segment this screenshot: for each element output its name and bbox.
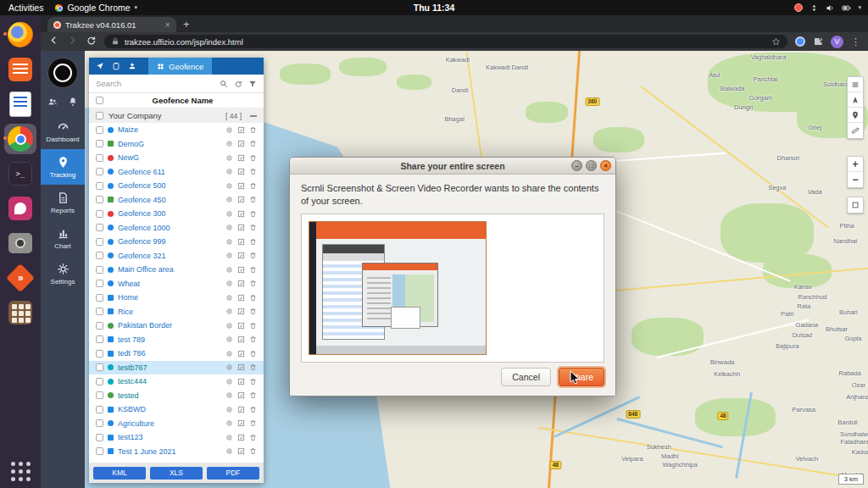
dock-terminal[interactable]: >_ [4, 158, 36, 189]
sidebar-item-settings[interactable]: Settings [41, 256, 85, 291]
sidebar-item-tracking[interactable]: Tracking [41, 149, 85, 185]
notifications-bell-icon[interactable] [68, 97, 78, 107]
collapse-icon[interactable] [250, 115, 257, 117]
new-tab-button[interactable]: + [183, 18, 190, 32]
extension-icon[interactable] [795, 36, 805, 47]
row-checkbox[interactable] [96, 182, 103, 190]
dock-transfer[interactable]: » [4, 263, 36, 293]
edit-icon[interactable] [237, 252, 245, 259]
edit-icon[interactable] [237, 322, 245, 330]
locate-on-map-icon[interactable] [225, 350, 233, 358]
locate-on-map-icon[interactable] [225, 224, 233, 231]
app-grid-button[interactable] [11, 462, 31, 481]
geofence-row[interactable]: testc444 [89, 374, 264, 389]
delete-icon[interactable] [249, 168, 257, 175]
edit-icon[interactable] [237, 308, 245, 315]
dock-image-tool[interactable] [4, 193, 36, 224]
locate-on-map-icon[interactable] [225, 280, 233, 287]
row-checkbox[interactable] [96, 406, 103, 413]
locate-on-map-icon[interactable] [225, 419, 233, 427]
dock-camera[interactable] [4, 228, 36, 258]
row-checkbox[interactable] [96, 280, 103, 287]
geofence-row[interactable]: Main Office area [89, 263, 264, 277]
geofence-row[interactable]: DemoG [89, 137, 264, 152]
share-button[interactable]: Share [559, 368, 604, 386]
row-checkbox[interactable] [96, 294, 103, 302]
geofence-row[interactable]: testb767 [89, 361, 264, 375]
delete-icon[interactable] [249, 280, 257, 287]
delete-icon[interactable] [249, 182, 257, 190]
row-checkbox[interactable] [96, 196, 103, 203]
locate-on-map-icon[interactable] [225, 322, 233, 330]
back-button[interactable] [48, 34, 59, 49]
geofence-row[interactable]: test 789 [89, 333, 264, 347]
edit-icon[interactable] [237, 378, 245, 385]
geofence-row[interactable]: Agriculture [89, 417, 264, 431]
omnibox[interactable]: trakzee.uffizio.com/jsp/index.html [104, 35, 787, 48]
row-checkbox[interactable] [96, 322, 103, 330]
sidebar-item-reports[interactable]: Reports [41, 185, 85, 220]
clock[interactable]: Thu 11:34 [414, 3, 454, 13]
map-marker-button[interactable] [848, 108, 863, 123]
map-measure-button[interactable] [848, 123, 863, 138]
row-checkbox[interactable] [96, 363, 103, 371]
fullscreen-button[interactable] [848, 197, 863, 213]
row-checkbox[interactable] [96, 266, 103, 274]
edit-icon[interactable] [237, 434, 245, 441]
locate-on-map-icon[interactable] [225, 378, 233, 385]
locate-on-map-icon[interactable] [225, 447, 233, 455]
map-locate-button[interactable] [848, 92, 863, 108]
delete-icon[interactable] [249, 266, 257, 274]
geofence-row[interactable]: tedt 786 [89, 347, 264, 361]
row-checkbox[interactable] [96, 350, 103, 358]
row-checkbox[interactable] [96, 140, 103, 147]
edit-icon[interactable] [237, 419, 245, 427]
locate-on-map-icon[interactable] [225, 182, 233, 190]
delete-icon[interactable] [249, 447, 257, 455]
locate-on-map-icon[interactable] [225, 406, 233, 413]
locate-on-map-icon[interactable] [225, 391, 233, 399]
edit-icon[interactable] [237, 140, 245, 147]
group-checkbox[interactable] [96, 112, 103, 119]
dock-firefox[interactable] [4, 19, 36, 50]
sidebar-item-dashboard[interactable]: Dashboard [41, 114, 85, 149]
app-menu-button[interactable]: Google Chrome ▾ [55, 3, 137, 13]
locate-on-map-icon[interactable] [225, 168, 233, 175]
delete-icon[interactable] [249, 224, 257, 231]
zoom-in-button[interactable]: + [848, 157, 863, 172]
geofence-row[interactable]: Geofence 999 [89, 235, 264, 249]
minimize-button[interactable]: – [571, 160, 582, 171]
delete-icon[interactable] [249, 378, 257, 385]
locate-on-map-icon[interactable] [225, 238, 233, 246]
row-checkbox[interactable] [96, 391, 103, 399]
row-checkbox[interactable] [96, 126, 103, 134]
locate-on-map-icon[interactable] [225, 434, 233, 441]
filter-funnel-icon[interactable] [248, 80, 257, 88]
row-checkbox[interactable] [96, 378, 103, 385]
geofence-row[interactable]: NewG [89, 151, 264, 165]
map-layers-button[interactable] [848, 77, 863, 92]
system-tray[interactable]: ▾ [794, 0, 861, 15]
locate-on-map-icon[interactable] [225, 154, 233, 162]
geofence-row[interactable]: Geofence 300 [89, 207, 264, 221]
delete-icon[interactable] [249, 308, 257, 315]
locate-on-map-icon[interactable] [225, 252, 233, 259]
delete-icon[interactable] [249, 363, 257, 371]
dock-writer[interactable] [4, 89, 36, 119]
maximize-button[interactable]: □ [586, 160, 597, 171]
row-checkbox[interactable] [96, 238, 103, 246]
edit-icon[interactable] [237, 350, 245, 358]
delete-icon[interactable] [249, 434, 257, 441]
delete-icon[interactable] [249, 406, 257, 413]
edit-icon[interactable] [237, 154, 245, 162]
row-checkbox[interactable] [96, 434, 103, 441]
search-icon[interactable] [220, 80, 228, 88]
row-checkbox[interactable] [96, 154, 103, 162]
export-pdf-button[interactable]: PDF [207, 467, 259, 480]
geofence-row[interactable]: Wheat [89, 277, 264, 291]
users-icon[interactable] [47, 97, 58, 107]
row-checkbox[interactable] [96, 447, 103, 455]
export-xls-button[interactable]: XLS [150, 467, 203, 480]
geofence-row[interactable]: Test 1 June 2021 [89, 445, 264, 459]
delete-icon[interactable] [249, 210, 257, 218]
